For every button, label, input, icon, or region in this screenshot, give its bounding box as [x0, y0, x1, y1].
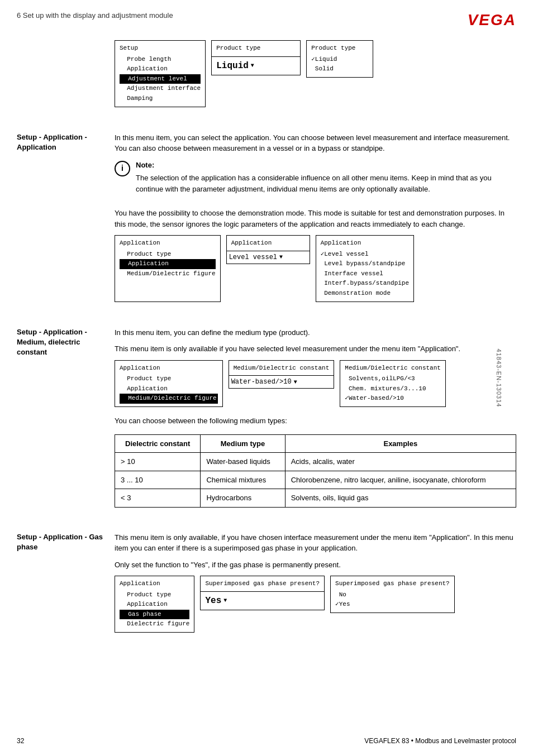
- gas-dd-label: Superimposed gas phase present?: [200, 576, 325, 591]
- note-para1: The selection of the application has a c…: [136, 173, 516, 194]
- product-type-solid: Solid: [311, 64, 368, 74]
- app-list-demo: Demonstration mode: [321, 289, 409, 299]
- application-para2: You have the possibility to choose the d…: [115, 208, 516, 229]
- medium-list-mockup: Medium/Dielectric constant Solvents,oilL…: [340, 360, 446, 407]
- table-cell-medium3: Hydrocarbons: [201, 489, 285, 508]
- section-gas-phase: Setup - Application - Gas phase This men…: [17, 532, 516, 641]
- gas-list-no: No: [335, 590, 450, 600]
- app-list-bypass: Level bypass/standpipe: [321, 259, 409, 269]
- dropdown-arrow: ▼: [251, 61, 254, 70]
- note-icon: i: [115, 161, 130, 176]
- product-type-label: Product type: [216, 44, 296, 54]
- section-label-medium: Setup - Application - Medium, dielectric…: [17, 327, 103, 515]
- chapter-title: 6 Set up with the display and adjustment…: [17, 11, 173, 20]
- table-cell-dc2: 3 ... 10: [115, 471, 201, 489]
- table-row: 3 ... 10 Chemical mix­tures Chlorobenzen…: [115, 471, 516, 489]
- gas-list-mockup: Superimposed gas phase present? No ✓Yes: [330, 576, 455, 633]
- product-type-dropdown-mockup: Product type Liquid ▼: [211, 40, 301, 107]
- section-product-type: Setup Probe length Application Adjustmen…: [17, 40, 516, 116]
- medium-list-water: ✓Water-based/>10: [345, 394, 441, 404]
- app-item-application: Application: [120, 259, 216, 269]
- product-type-liquid: ✓Liquid: [311, 55, 368, 65]
- gas-menu-title: Application: [120, 579, 189, 589]
- medium-menu-mockup: Application Product type Application Med…: [115, 360, 223, 407]
- setup-item-adj-interface: Adjustment interface: [120, 84, 201, 94]
- side-label: 41843-EN-130314: [496, 349, 503, 408]
- medium-list-chem: Chem. mixtures/3...10: [345, 384, 441, 394]
- app-list-level-vessel: ✓Level vessel: [321, 250, 409, 260]
- medium-dd-title: Medium/Dielectric constant: [234, 363, 330, 374]
- medium-list-box: Medium/Dielectric constant Solvents,oilL…: [340, 360, 446, 407]
- application-list-mockup: Application ✓Level vessel Level bypass/s…: [316, 235, 414, 302]
- gas-para2: Only set the function to "Yes", if the g…: [115, 559, 516, 571]
- application-dd-title: Application: [231, 238, 305, 248]
- note-container: i Note: The selection of the application…: [115, 160, 516, 200]
- table-cell-examples3: Solvents, oils, liquid gas: [285, 489, 516, 508]
- gas-item-dielectric: Dielectric figure: [120, 619, 189, 629]
- gas-list-box: Superimposed gas phase present? No ✓Yes: [330, 576, 455, 613]
- medium-para2: This menu item is only available if you …: [115, 343, 516, 355]
- table-cell-examples1: Acids, alcalis, water: [285, 453, 516, 471]
- table-cell-dc1: > 10: [115, 453, 201, 471]
- app-item-medium: Medium/Dielectric figure: [120, 269, 216, 279]
- page-footer: 32 VEGAFLEX 83 • Modbus and Levelmaster …: [17, 737, 516, 745]
- medium-para1: In this menu item, you can define the me…: [115, 327, 516, 338]
- table-header-medium: Medium type: [201, 434, 285, 453]
- setup-item-probe: Probe length: [120, 55, 201, 65]
- product-type-mockup-group: Setup Probe length Application Adjustmen…: [115, 40, 516, 107]
- medium-dropdown[interactable]: Water-based/>10 ▼: [229, 375, 335, 389]
- product-type-list-mockup: Product type ✓Liquid Solid: [306, 40, 373, 107]
- medium-dropdown-value: Water-based/>10: [231, 377, 292, 387]
- table-header-dielectric: Dielectric con­stant: [115, 434, 201, 453]
- application-para1: In this menu item, you can select the ap…: [115, 132, 516, 154]
- setup-item-adjustment: Adjustment level: [120, 74, 201, 84]
- section-label-application: Setup - Application - Application: [17, 132, 103, 310]
- app-list-interface-vessel: Interface vessel: [321, 269, 409, 279]
- application-dropdown-mockup: Application Level vessel ▼: [226, 235, 310, 302]
- medium-item-application: Application: [120, 384, 218, 394]
- table-cell-medium2: Chemical mix­tures: [201, 471, 285, 489]
- gas-dropdown-value: Yes: [205, 594, 221, 607]
- app-menu-title: Application: [120, 238, 216, 248]
- product-type-list-title: Product type: [311, 44, 368, 54]
- gas-para1: This menu item is only available, if you…: [115, 532, 516, 554]
- medium-list-title: Medium/Dielectric constant: [345, 363, 441, 374]
- gas-mockup-group: Application Product type Application Gas…: [115, 576, 516, 633]
- section-medium: Setup - Application - Medium, dielectric…: [17, 327, 516, 515]
- app-item-product: Product type: [120, 250, 216, 260]
- setup-menu-mockup: Setup Probe length Application Adjustmen…: [115, 40, 206, 107]
- gas-list-yes: ✓Yes: [335, 600, 450, 610]
- medium-mockup-group: Application Product type Application Med…: [115, 360, 516, 407]
- section-label-empty: [17, 40, 103, 116]
- application-dropdown[interactable]: Level vessel ▼: [226, 251, 310, 264]
- setup-item-application: Application: [120, 64, 201, 74]
- gas-list-title: Superimposed gas phase present?: [335, 579, 450, 589]
- gas-dropdown[interactable]: Yes ▼: [200, 591, 325, 610]
- gas-item-product: Product type: [120, 590, 189, 600]
- table-header-examples: Examples: [285, 434, 516, 453]
- table-cell-examples2: Chlorobenzene, nitro lacquer, aniline, i…: [285, 471, 516, 489]
- medium-menu-title: Application: [120, 363, 218, 374]
- dielectric-table: Dielectric con­stant Medium type Example…: [115, 434, 516, 508]
- section-content-medium: In this menu item, you can define the me…: [115, 327, 516, 515]
- application-list-title: Application: [321, 238, 409, 248]
- application-dd-label: Application: [226, 235, 310, 251]
- medium-item-product: Product type: [120, 374, 218, 384]
- medium-para3: You can choose between the following med…: [115, 415, 516, 427]
- page-number: 32: [17, 737, 24, 745]
- table-row: > 10 Water-based liq­uids Acids, alcalis…: [115, 453, 516, 471]
- medium-dropdown-mockup: Medium/Dielectric constant Water-based/>…: [229, 360, 335, 407]
- gas-dropdown-mockup: Superimposed gas phase present? Yes ▼: [200, 576, 325, 633]
- medium-list-solvents: Solvents,oilLPG/<3: [345, 374, 441, 384]
- section-content-gas: This menu item is only available, if you…: [115, 532, 516, 641]
- section-application: Setup - Application - Application In thi…: [17, 132, 516, 310]
- medium-item-dielectric: Medium/Dielectric figure: [120, 394, 218, 404]
- note-title: Note:: [136, 160, 516, 171]
- application-menu-mockup: Application Product type Application Med…: [115, 235, 221, 302]
- section-content-product-type: Setup Probe length Application Adjustmen…: [115, 40, 516, 116]
- table-cell-dc3: < 3: [115, 489, 201, 508]
- product-type-dropdown[interactable]: Liquid ▼: [211, 56, 301, 75]
- section-content-application: In this menu item, you can select the ap…: [115, 132, 516, 310]
- gas-dd-arrow: ▼: [223, 596, 227, 605]
- app-list-interf-bypass: Interf.bypass/standpipe: [321, 279, 409, 289]
